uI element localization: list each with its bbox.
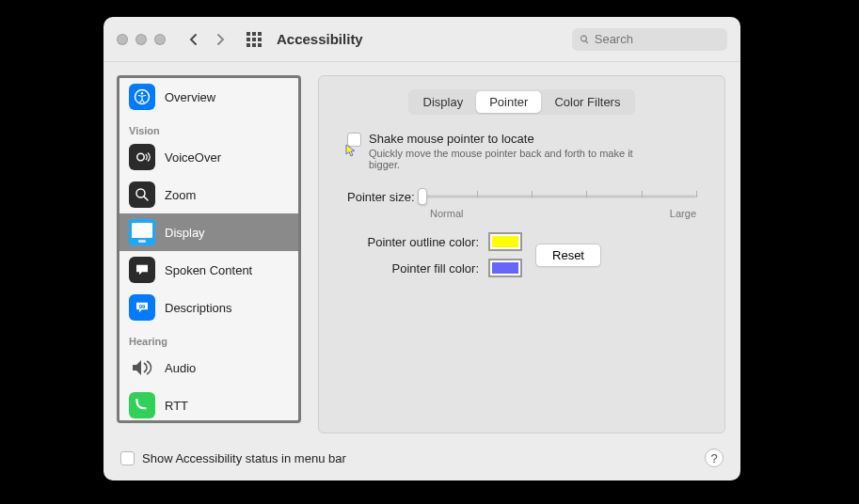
- show-status-label: Show Accessibility status in menu bar: [142, 451, 346, 465]
- back-button[interactable]: [184, 30, 203, 49]
- settings-panel: Display Pointer Color Filters Shake mous…: [318, 75, 725, 433]
- sidebar-item-label: Descriptions: [165, 301, 232, 315]
- window-title: Accessibility: [277, 31, 363, 47]
- fill-color-well[interactable]: [488, 259, 522, 277]
- zoom-icon: [129, 181, 155, 208]
- slider-knob[interactable]: [418, 188, 427, 205]
- slider-max-label: Large: [670, 208, 696, 219]
- preferences-window: Accessibility Overview Vision Vo: [103, 17, 740, 480]
- accessibility-icon: [129, 84, 155, 110]
- main-panel: Display Pointer Color Filters Shake mous…: [318, 75, 725, 433]
- sidebar-item-spoken-content[interactable]: Spoken Content: [119, 251, 298, 289]
- outline-color-well[interactable]: [488, 232, 522, 251]
- sidebar-item-label: Spoken Content: [165, 263, 252, 277]
- footer: Show Accessibility status in menu bar ?: [103, 441, 740, 480]
- pointer-color-grid: Pointer outline color: Reset Pointer fil…: [347, 232, 696, 277]
- sidebar-section-vision: Vision: [119, 116, 298, 138]
- shake-to-locate-label: Shake mouse pointer to locate: [369, 132, 651, 146]
- pointer-size-row: Pointer size:: [347, 187, 696, 206]
- spoken-content-icon: [129, 257, 155, 283]
- window-controls: [117, 34, 166, 45]
- minimize-window-button[interactable]: [135, 34, 147, 45]
- shake-to-locate-checkbox[interactable]: [347, 133, 361, 147]
- shake-to-locate-description: Quickly move the mouse pointer back and …: [369, 148, 651, 170]
- shake-to-locate-row: Shake mouse pointer to locate Quickly mo…: [347, 132, 696, 170]
- tab-color-filters[interactable]: Color Filters: [541, 91, 633, 113]
- sidebar-item-label: Display: [165, 226, 205, 240]
- slider-range-labels: Normal Large: [430, 208, 696, 219]
- sidebar-item-descriptions[interactable]: 99 Descriptions: [119, 289, 298, 326]
- audio-icon: [129, 354, 155, 381]
- sidebar-item-rtt[interactable]: RTT: [119, 386, 298, 420]
- zoom-window-button[interactable]: [154, 34, 166, 45]
- sidebar-item-label: RTT: [165, 399, 188, 413]
- display-icon: [129, 219, 155, 245]
- help-button[interactable]: ?: [705, 449, 724, 467]
- sidebar-item-audio[interactable]: Audio: [119, 349, 298, 386]
- sidebar-item-label: Audio: [165, 361, 196, 375]
- sidebar-item-label: Zoom: [165, 188, 196, 202]
- svg-point-1: [141, 92, 143, 94]
- sidebar-item-label: Overview: [165, 90, 215, 104]
- fill-color-label: Pointer fill color:: [347, 261, 479, 276]
- sidebar-section-hearing: Hearing: [119, 326, 298, 349]
- outline-color-label: Pointer outline color:: [347, 235, 479, 249]
- tab-bar: Display Pointer Color Filters: [336, 89, 708, 115]
- forward-button[interactable]: [211, 30, 230, 49]
- search-icon: [580, 34, 590, 45]
- sidebar-item-display[interactable]: Display: [119, 213, 298, 251]
- svg-text:99: 99: [139, 304, 146, 309]
- show-status-checkbox[interactable]: [120, 451, 135, 465]
- sidebar: Overview Vision VoiceOver Zoom: [117, 75, 301, 423]
- search-field[interactable]: [572, 28, 727, 51]
- tab-pointer[interactable]: Pointer: [476, 91, 541, 113]
- sidebar-item-label: VoiceOver: [165, 150, 221, 165]
- reset-button[interactable]: Reset: [535, 244, 601, 267]
- grid-icon: [247, 32, 262, 47]
- sidebar-item-overview[interactable]: Overview: [119, 78, 298, 116]
- pointer-size-slider[interactable]: [422, 187, 696, 206]
- close-window-button[interactable]: [117, 34, 128, 45]
- voiceover-icon: [129, 144, 155, 170]
- rtt-icon: [129, 392, 155, 418]
- search-input[interactable]: [595, 32, 720, 46]
- slider-min-label: Normal: [430, 208, 463, 219]
- sidebar-scroll[interactable]: Overview Vision VoiceOver Zoom: [119, 78, 298, 420]
- segmented-control: Display Pointer Color Filters: [408, 89, 636, 115]
- tab-display[interactable]: Display: [410, 91, 477, 113]
- show-all-button[interactable]: [245, 30, 263, 49]
- descriptions-icon: 99: [129, 294, 155, 321]
- sidebar-item-voiceover[interactable]: VoiceOver: [119, 138, 298, 176]
- sidebar-item-zoom[interactable]: Zoom: [119, 176, 298, 213]
- titlebar: Accessibility: [103, 17, 740, 62]
- body: Overview Vision VoiceOver Zoom: [103, 62, 740, 441]
- pointer-size-label: Pointer size:: [347, 190, 415, 204]
- svg-point-2: [137, 153, 145, 161]
